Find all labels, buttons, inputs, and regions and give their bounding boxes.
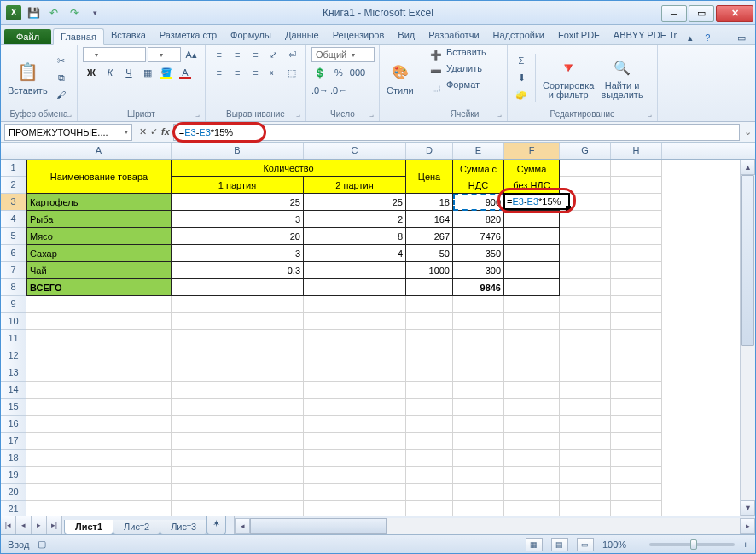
cell-F10[interactable] xyxy=(504,313,560,330)
fill-color-icon[interactable]: 🪣 xyxy=(158,65,175,80)
col-header-D[interactable]: D xyxy=(406,143,453,159)
row-header-1[interactable]: 1 xyxy=(1,160,26,177)
cell-H2[interactable] xyxy=(611,177,662,194)
insert-cells-button[interactable]: Вставить xyxy=(446,47,486,62)
cell-F11[interactable] xyxy=(504,330,560,347)
cell-D12[interactable] xyxy=(406,347,453,364)
formula-enter-icon[interactable]: ✓ xyxy=(150,126,158,137)
number-format-combo[interactable]: Общий▾ xyxy=(311,47,375,62)
cell-B12[interactable] xyxy=(172,347,304,364)
ribbon-minimize-icon[interactable]: ▴ xyxy=(683,31,697,44)
cell-H18[interactable] xyxy=(611,450,662,467)
cell-H6[interactable] xyxy=(611,245,662,262)
sheet-nav-last-icon[interactable]: ▸| xyxy=(47,516,62,534)
doc-minimize-icon[interactable]: ─ xyxy=(718,31,731,44)
qat-customize-icon[interactable]: ▾ xyxy=(86,4,103,21)
cell-name-4[interactable]: Мясо xyxy=(26,228,172,245)
underline-button[interactable]: Ч xyxy=(120,65,137,80)
col-header-G[interactable]: G xyxy=(560,143,611,159)
row-header-19[interactable]: 19 xyxy=(1,467,26,484)
fx-icon[interactable]: fx xyxy=(161,126,170,137)
tab-file[interactable]: Файл xyxy=(4,29,51,44)
cell-G2[interactable] xyxy=(560,177,611,194)
cell-C9[interactable] xyxy=(304,296,406,313)
sheet-nav-prev-icon[interactable]: ◂ xyxy=(16,516,32,534)
sheet-tab-1[interactable]: Лист2 xyxy=(113,520,160,534)
cell-F7[interactable] xyxy=(504,262,560,279)
cell-G15[interactable] xyxy=(560,399,611,416)
zoom-level[interactable]: 100% xyxy=(602,539,626,550)
cell-B18[interactable] xyxy=(172,450,304,467)
cell-G7[interactable] xyxy=(560,262,611,279)
new-sheet-button[interactable]: ✶ xyxy=(206,516,226,534)
cell-C17[interactable] xyxy=(304,433,406,450)
cell-p2-2[interactable]: 25 xyxy=(304,194,406,211)
scroll-right-icon[interactable]: ▸ xyxy=(740,518,755,534)
align-right-icon[interactable]: ≡ xyxy=(247,65,264,80)
col-header-H[interactable]: H xyxy=(611,143,662,159)
tab-6[interactable]: Вид xyxy=(391,27,422,44)
cell-A14[interactable] xyxy=(26,382,172,399)
view-pagebreak-icon[interactable]: ▭ xyxy=(577,538,594,551)
sheet-tab-2[interactable]: Лист3 xyxy=(160,520,207,534)
indent-dec-icon[interactable]: ⇤ xyxy=(265,65,282,80)
cell-H1[interactable] xyxy=(611,160,662,177)
cell-B16[interactable] xyxy=(172,416,304,433)
header-sum-noNds-2[interactable]: без НДС xyxy=(504,177,560,194)
tab-8[interactable]: Надстройки xyxy=(486,27,551,44)
cell-sum-6[interactable]: 300 xyxy=(453,262,504,279)
cell-p2-5[interactable]: 4 xyxy=(304,245,406,262)
cell-G21[interactable] xyxy=(560,501,611,516)
cell-p2-3[interactable]: 2 xyxy=(304,211,406,228)
view-normal-icon[interactable]: ▦ xyxy=(526,538,543,551)
header-p1[interactable]: 1 партия xyxy=(172,177,304,194)
cell-price-5[interactable]: 50 xyxy=(406,245,453,262)
cell-E9[interactable] xyxy=(453,296,504,313)
cell-F16[interactable] xyxy=(504,416,560,433)
insert-cells-icon[interactable]: ➕ xyxy=(427,47,445,62)
formula-cancel-icon[interactable]: ✕ xyxy=(139,126,147,137)
zoom-out-icon[interactable]: − xyxy=(635,539,640,550)
cell-F5[interactable] xyxy=(504,228,560,245)
cell-H10[interactable] xyxy=(611,313,662,330)
copy-icon[interactable]: ⧉ xyxy=(53,70,70,85)
cell-B9[interactable] xyxy=(172,296,304,313)
close-button[interactable]: ✕ xyxy=(716,5,753,22)
font-color-icon[interactable]: A xyxy=(177,65,194,80)
cell-E13[interactable] xyxy=(453,364,504,382)
cell-D14[interactable] xyxy=(406,382,453,399)
active-cell-editor[interactable]: =E3-E3*15% xyxy=(503,193,570,210)
cell-E15[interactable] xyxy=(453,399,504,416)
cell-H7[interactable] xyxy=(611,262,662,279)
vscroll-thumb[interactable] xyxy=(741,175,754,346)
cell-F9[interactable] xyxy=(504,296,560,313)
cell-C8[interactable] xyxy=(304,279,406,296)
cell-D20[interactable] xyxy=(406,484,453,501)
col-header-A[interactable]: A xyxy=(26,143,172,159)
formula-input[interactable]: =E3-E3*15% xyxy=(173,124,740,141)
cell-G9[interactable] xyxy=(560,296,611,313)
cell-A10[interactable] xyxy=(26,313,172,330)
percent-icon[interactable]: % xyxy=(330,65,347,80)
qat-save-icon[interactable]: 💾 xyxy=(25,4,42,21)
cell-G17[interactable] xyxy=(560,433,611,450)
cell-C11[interactable] xyxy=(304,330,406,347)
header-sum-nds-1[interactable]: Сумма с xyxy=(453,160,504,177)
cell-F18[interactable] xyxy=(504,450,560,467)
sort-filter-button[interactable]: 🔻 Сортировка и фильтр xyxy=(541,54,596,102)
cell-D21[interactable] xyxy=(406,501,453,516)
currency-icon[interactable]: 💲 xyxy=(311,65,329,80)
cell-G8[interactable] xyxy=(560,279,611,296)
cell-price-4[interactable]: 267 xyxy=(406,228,453,245)
cell-G14[interactable] xyxy=(560,382,611,399)
horizontal-scrollbar[interactable]: ◂ ▸ xyxy=(234,516,755,534)
orientation-icon[interactable]: ⤢ xyxy=(265,47,282,62)
cell-D16[interactable] xyxy=(406,416,453,433)
cell-name-5[interactable]: Сахар xyxy=(26,245,172,262)
align-middle-icon[interactable]: ≡ xyxy=(229,47,245,62)
cell-C13[interactable] xyxy=(304,364,406,382)
row-header-21[interactable]: 21 xyxy=(1,501,26,516)
cell-name-2[interactable]: Картофель xyxy=(26,194,172,211)
row-header-9[interactable]: 9 xyxy=(1,296,26,313)
row-header-3[interactable]: 3 xyxy=(1,194,26,211)
